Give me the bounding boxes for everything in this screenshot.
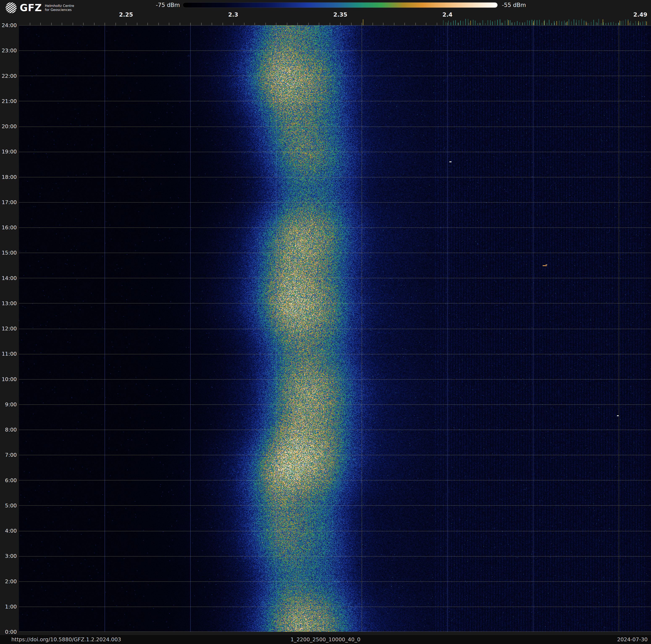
time-tick-label: 1:00 [0,604,17,610]
time-tick-label: 4:00 [0,528,17,534]
frequency-tick-marks [19,17,651,25]
time-tick-label: 3:00 [0,553,17,559]
time-tick-label: 20:00 [0,123,17,129]
footer-dataset-name: 1_2200_2500_10000_40_0 [291,637,361,643]
time-tick-label: 10:00 [0,376,17,382]
time-tick-label: 12:00 [0,326,17,332]
time-tick-label: 16:00 [0,225,17,231]
spectrogram-heatmap [19,25,651,632]
time-tick-label: 6:00 [0,477,17,483]
time-tick-label: 21:00 [0,98,17,104]
colorbar-gradient [183,2,498,8]
footer-doi: https://doi.org/10.5880/GFZ.1.2.2024.003 [11,637,121,643]
logo-org-line2: for Geosciences [45,8,74,12]
colorbar-min-label: -75 dBm [156,2,179,8]
time-tick-label: 5:00 [0,502,17,508]
time-tick-label: 24:00 [0,22,17,28]
time-tick-label: 13:00 [0,300,17,306]
footer-bar: https://doi.org/10.5880/GFZ.1.2.2024.003… [0,635,651,644]
spectrogram-page: GFZ Helmholtz Centre for Geosciences -75… [0,0,651,644]
logo-org-line1: Helmholtz Centre [45,4,74,8]
time-tick-label: 0:00 [0,629,17,635]
time-tick-label: 9:00 [0,401,17,407]
gfz-globe-icon [5,2,17,13]
time-tick-label: 11:00 [0,351,17,357]
time-tick-label: 14:00 [0,275,17,281]
footer-date: 2024-07-30 [617,637,648,643]
time-tick-label: 17:00 [0,199,17,205]
time-tick-label: 22:00 [0,73,17,79]
colorbar-row: -75 dBm -55 dBm [156,2,526,8]
time-tick-label: 8:00 [0,427,17,433]
time-tick-label: 7:00 [0,452,17,458]
time-tick-label: 2:00 [0,578,17,584]
time-tick-label: 18:00 [0,174,17,180]
gfz-logo: GFZ Helmholtz Centre for Geosciences [5,2,74,13]
logo-org: Helmholtz Centre for Geosciences [45,4,74,12]
colorbar-max-label: -55 dBm [502,2,526,8]
time-tick-label: 15:00 [0,250,17,256]
time-tick-label: 19:00 [0,149,17,155]
logo-brand: GFZ [20,3,42,12]
time-tick-label: 23:00 [0,48,17,54]
